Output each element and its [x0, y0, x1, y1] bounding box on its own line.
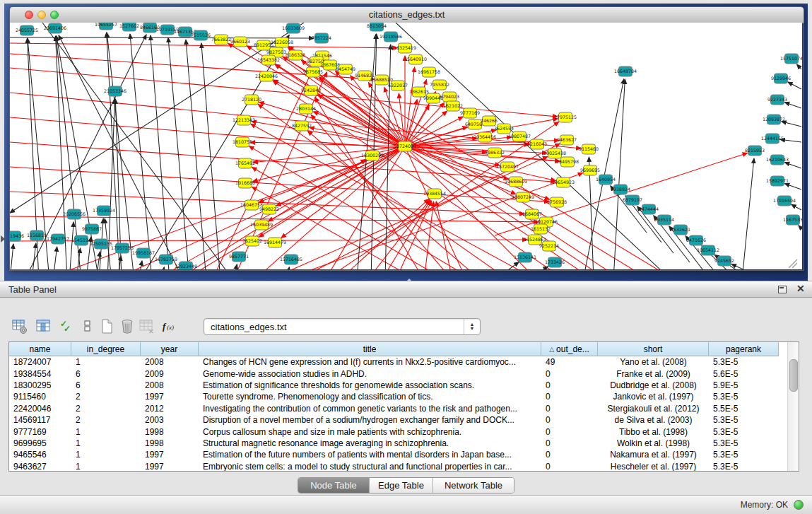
- graph-node[interactable]: 1621022: [443, 101, 463, 111]
- graph-node[interactable]: 17975125: [554, 112, 577, 122]
- table-row[interactable]: 2242004622012Investigating the contribut…: [9, 403, 787, 414]
- graph-node[interactable]: 1810755: [233, 137, 252, 147]
- memory-indicator[interactable]: [794, 500, 804, 510]
- graph-node[interactable]: 17942757: [47, 234, 69, 244]
- graph-node[interactable]: 7955812: [430, 80, 449, 90]
- graph-node[interactable]: 1167533: [783, 215, 802, 225]
- graph-node[interactable]: 9498222: [259, 204, 279, 214]
- graph-node[interactable]: 1545194: [71, 235, 91, 245]
- table-settings-button[interactable]: [10, 317, 30, 337]
- graph-node[interactable]: 12923448: [175, 262, 197, 269]
- graph-node[interactable]: 9227343: [767, 95, 787, 105]
- network-graph[interactable]: 2405572520691406106552571527602846616010…: [10, 23, 802, 269]
- graph-node[interactable]: 6794023: [440, 92, 459, 102]
- graph-node[interactable]: 17359924: [93, 206, 115, 216]
- scrollbar-thumb[interactable]: [789, 359, 798, 392]
- graph-node[interactable]: 24055725: [16, 25, 38, 35]
- tab-node-table[interactable]: Node Table: [298, 478, 369, 493]
- column-header-out-de-[interactable]: △out_de...: [541, 342, 598, 356]
- graph-node[interactable]: 7857224: [312, 33, 331, 43]
- graph-node[interactable]: 10688609: [505, 177, 527, 187]
- create-column-button[interactable]: [98, 317, 117, 337]
- column-header-short[interactable]: short: [598, 342, 709, 356]
- table-row[interactable]: 1938455462009Genome-wide association stu…: [9, 368, 787, 379]
- graph-node[interactable]: 1640954: [596, 175, 616, 185]
- graph-node[interactable]: 18300295: [361, 151, 384, 160]
- graph-node[interactable]: 19958187: [132, 248, 155, 258]
- graph-node[interactable]: 9699695: [580, 165, 600, 175]
- graph-node[interactable]: 1615132: [531, 224, 551, 234]
- graph-node[interactable]: 9777169: [460, 108, 480, 118]
- graph-node[interactable]: 9975887: [82, 224, 102, 234]
- row-height-button[interactable]: [78, 317, 98, 337]
- graph-node[interactable]: 9242848: [301, 86, 321, 95]
- column-select-button[interactable]: [34, 317, 54, 337]
- graph-node[interactable]: 18226058: [271, 37, 293, 47]
- graph-node[interactable]: 19218586: [379, 32, 402, 42]
- table-selector-dropdown[interactable]: citations_edges.txt ▲▼: [204, 318, 481, 335]
- graph-node[interactable]: 15640910: [404, 54, 427, 64]
- panel-collapse-arrow[interactable]: [1, 235, 5, 243]
- graph-node[interactable]: 8186328: [286, 50, 305, 60]
- graph-node[interactable]: 7632621: [671, 225, 690, 235]
- selection-mode-button[interactable]: ✓ ✓: [57, 317, 76, 337]
- graph-node[interactable]: 9857771: [229, 252, 249, 262]
- network-window-titlebar[interactable]: citations_edges.txt: [10, 7, 804, 23]
- graph-node[interactable]: 2718120: [242, 95, 261, 105]
- graph-node[interactable]: 16914479: [264, 238, 286, 247]
- graph-node[interactable]: 12444155: [761, 134, 784, 144]
- graph-node[interactable]: 20364456: [473, 132, 496, 142]
- table-row[interactable]: 946362711997Embryonic stem cells: a mode…: [9, 461, 787, 471]
- graph-node[interactable]: 7625402: [242, 236, 262, 246]
- graph-node[interactable]: 12093872: [763, 115, 785, 124]
- graph-node[interactable]: 3624554: [494, 124, 514, 134]
- graph-node[interactable]: 6879197: [623, 195, 642, 205]
- graph-node[interactable]: 17016504: [773, 196, 796, 206]
- graph-node[interactable]: 1765492: [235, 158, 255, 168]
- graph-node[interactable]: 1527602: [119, 23, 139, 31]
- graph-node[interactable]: 18495798: [556, 157, 579, 167]
- vertical-scrollbar[interactable]: [787, 342, 799, 471]
- graph-node[interactable]: 8813054: [367, 23, 387, 31]
- graph-node[interactable]: 1916680: [235, 178, 255, 188]
- graph-node[interactable]: 16033809: [282, 23, 305, 33]
- graph-node[interactable]: 12213343: [233, 115, 255, 125]
- delete-table-button[interactable]: ✕: [137, 317, 157, 337]
- graph-node[interactable]: 8427552: [292, 121, 312, 131]
- graph-node[interactable]: 2935114: [654, 215, 674, 225]
- graph-node[interactable]: 9675685: [303, 67, 323, 77]
- graph-node[interactable]: 16648784: [614, 66, 637, 76]
- graph-node[interactable]: 9129946: [771, 74, 791, 83]
- graph-node[interactable]: 8454749: [336, 64, 355, 74]
- graph-node[interactable]: 10655257: [95, 23, 117, 30]
- delete-columns-button[interactable]: [117, 317, 137, 337]
- table-row[interactable]: 1872400712008Changes of HCN gene express…: [9, 356, 787, 368]
- table-row[interactable]: 969969511998Structural magnetic resonanc…: [9, 438, 787, 449]
- graph-node[interactable]: 15892971: [766, 176, 789, 186]
- graph-node[interactable]: 9684067: [522, 209, 542, 219]
- graph-node[interactable]: 19384554: [423, 189, 446, 199]
- network-view[interactable]: 2405572520691406106552571527602846616010…: [10, 23, 802, 269]
- graph-node[interactable]: 9474444: [639, 204, 659, 214]
- graph-node[interactable]: 15716485: [280, 255, 302, 264]
- graph-node[interactable]: 7986322: [485, 148, 505, 158]
- tab-network-table[interactable]: Network Table: [433, 478, 514, 493]
- graph-node[interactable]: 8215953: [745, 146, 765, 156]
- table-row[interactable]: 1456911722003Disruption of a novel membe…: [9, 414, 787, 426]
- graph-node[interactable]: 18325419: [394, 43, 416, 53]
- graph-node[interactable]: 1733426: [545, 257, 565, 267]
- graph-node[interactable]: 16961758: [418, 67, 440, 77]
- graph-node[interactable]: 6216043: [527, 139, 547, 149]
- graph-node[interactable]: 7515526: [191, 30, 211, 40]
- window-resize-grip[interactable]: [789, 259, 797, 268]
- graph-node[interactable]: 15751074: [780, 54, 802, 64]
- graph-node[interactable]: 9252214: [539, 241, 559, 251]
- graph-node[interactable]: 1156819: [27, 230, 47, 240]
- graph-node[interactable]: 9115460: [579, 144, 599, 154]
- column-header-title[interactable]: title: [199, 342, 541, 356]
- graph-node[interactable]: 15720407: [496, 162, 519, 172]
- graph-node[interactable]: 9756928: [547, 197, 567, 207]
- graph-node[interactable]: 8471626: [686, 235, 706, 245]
- graph-node[interactable]: 16210643: [766, 155, 789, 165]
- graph-node[interactable]: 2803144: [296, 104, 316, 114]
